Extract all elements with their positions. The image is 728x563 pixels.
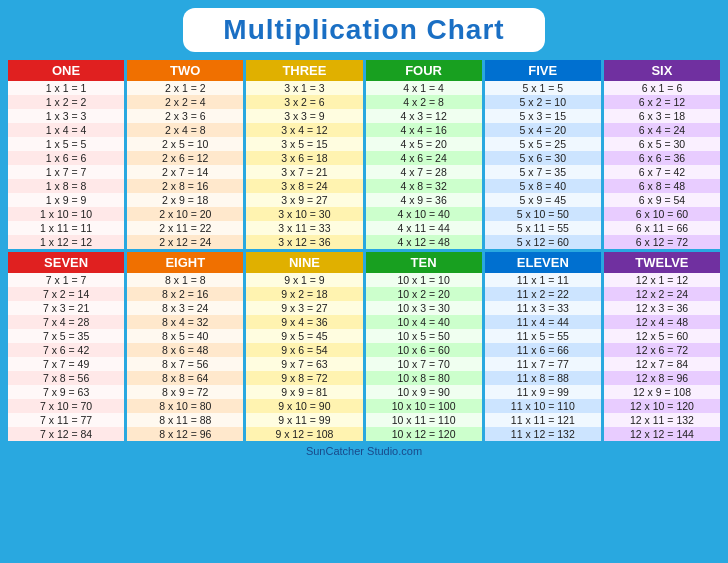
list-item: 2 x 5 = 10 [127,137,243,151]
body-one: 1 x 1 = 11 x 2 = 21 x 3 = 31 x 4 = 41 x … [8,81,124,249]
list-item: 9 x 7 = 63 [246,357,362,371]
list-item: 7 x 3 = 21 [8,301,124,315]
body-twelve: 12 x 1 = 1212 x 2 = 2412 x 3 = 3612 x 4 … [604,273,720,441]
list-item: 7 x 1 = 7 [8,273,124,287]
body-two: 2 x 1 = 22 x 2 = 42 x 3 = 62 x 4 = 82 x … [127,81,243,249]
list-item: 2 x 4 = 8 [127,123,243,137]
list-item: 10 x 7 = 70 [366,357,482,371]
title-container: Multiplication Chart [183,8,544,52]
list-item: 4 x 10 = 40 [366,207,482,221]
block-six: SIX6 x 1 = 66 x 2 = 126 x 3 = 186 x 4 = … [604,60,720,249]
list-item: 12 x 4 = 48 [604,315,720,329]
chart-row-1: ONE1 x 1 = 11 x 2 = 21 x 3 = 31 x 4 = 41… [8,60,720,249]
list-item: 12 x 10 = 120 [604,399,720,413]
body-six: 6 x 1 = 66 x 2 = 126 x 3 = 186 x 4 = 246… [604,81,720,249]
body-ten: 10 x 1 = 1010 x 2 = 2010 x 3 = 3010 x 4 … [366,273,482,441]
list-item: 1 x 12 = 12 [8,235,124,249]
list-item: 11 x 3 = 33 [485,301,601,315]
list-item: 10 x 6 = 60 [366,343,482,357]
list-item: 8 x 8 = 64 [127,371,243,385]
list-item: 8 x 5 = 40 [127,329,243,343]
list-item: 2 x 12 = 24 [127,235,243,249]
list-item: 7 x 10 = 70 [8,399,124,413]
list-item: 8 x 7 = 56 [127,357,243,371]
list-item: 2 x 10 = 20 [127,207,243,221]
list-item: 4 x 8 = 32 [366,179,482,193]
list-item: 12 x 12 = 144 [604,427,720,441]
list-item: 6 x 12 = 72 [604,235,720,249]
body-seven: 7 x 1 = 77 x 2 = 147 x 3 = 217 x 4 = 287… [8,273,124,441]
list-item: 7 x 12 = 84 [8,427,124,441]
list-item: 1 x 1 = 1 [8,81,124,95]
block-twelve: TWELVE12 x 1 = 1212 x 2 = 2412 x 3 = 361… [604,252,720,441]
list-item: 9 x 12 = 108 [246,427,362,441]
list-item: 7 x 7 = 49 [8,357,124,371]
list-item: 2 x 3 = 6 [127,109,243,123]
list-item: 7 x 4 = 28 [8,315,124,329]
list-item: 2 x 1 = 2 [127,81,243,95]
list-item: 10 x 2 = 20 [366,287,482,301]
list-item: 8 x 4 = 32 [127,315,243,329]
list-item: 4 x 9 = 36 [366,193,482,207]
list-item: 11 x 9 = 99 [485,385,601,399]
list-item: 4 x 4 = 16 [366,123,482,137]
list-item: 12 x 2 = 24 [604,287,720,301]
list-item: 8 x 2 = 16 [127,287,243,301]
list-item: 8 x 3 = 24 [127,301,243,315]
block-eight: EIGHT8 x 1 = 88 x 2 = 168 x 3 = 248 x 4 … [127,252,243,441]
list-item: 4 x 3 = 12 [366,109,482,123]
list-item: 5 x 12 = 60 [485,235,601,249]
list-item: 5 x 10 = 50 [485,207,601,221]
header-nine: NINE [246,252,362,273]
list-item: 3 x 12 = 36 [246,235,362,249]
list-item: 5 x 11 = 55 [485,221,601,235]
list-item: 10 x 10 = 100 [366,399,482,413]
list-item: 5 x 7 = 35 [485,165,601,179]
list-item: 1 x 2 = 2 [8,95,124,109]
list-item: 7 x 8 = 56 [8,371,124,385]
list-item: 6 x 10 = 60 [604,207,720,221]
list-item: 3 x 2 = 6 [246,95,362,109]
list-item: 2 x 11 = 22 [127,221,243,235]
list-item: 7 x 2 = 14 [8,287,124,301]
page-title: Multiplication Chart [223,14,504,46]
block-five: FIVE5 x 1 = 55 x 2 = 105 x 3 = 155 x 4 =… [485,60,601,249]
list-item: 10 x 5 = 50 [366,329,482,343]
header-twelve: TWELVE [604,252,720,273]
header-ten: TEN [366,252,482,273]
list-item: 6 x 9 = 54 [604,193,720,207]
block-seven: SEVEN7 x 1 = 77 x 2 = 147 x 3 = 217 x 4 … [8,252,124,441]
list-item: 2 x 6 = 12 [127,151,243,165]
list-item: 3 x 8 = 24 [246,179,362,193]
list-item: 1 x 9 = 9 [8,193,124,207]
list-item: 7 x 5 = 35 [8,329,124,343]
list-item: 2 x 2 = 4 [127,95,243,109]
list-item: 4 x 11 = 44 [366,221,482,235]
list-item: 12 x 6 = 72 [604,343,720,357]
list-item: 5 x 5 = 25 [485,137,601,151]
header-five: FIVE [485,60,601,81]
list-item: 10 x 8 = 80 [366,371,482,385]
list-item: 3 x 9 = 27 [246,193,362,207]
list-item: 4 x 7 = 28 [366,165,482,179]
list-item: 8 x 10 = 80 [127,399,243,413]
list-item: 9 x 6 = 54 [246,343,362,357]
header-four: FOUR [366,60,482,81]
list-item: 11 x 4 = 44 [485,315,601,329]
list-item: 3 x 1 = 3 [246,81,362,95]
list-item: 9 x 8 = 72 [246,371,362,385]
header-one: ONE [8,60,124,81]
list-item: 1 x 7 = 7 [8,165,124,179]
block-nine: NINE9 x 1 = 99 x 2 = 189 x 3 = 279 x 4 =… [246,252,362,441]
list-item: 1 x 11 = 11 [8,221,124,235]
list-item: 11 x 10 = 110 [485,399,601,413]
chart-row-2: SEVEN7 x 1 = 77 x 2 = 147 x 3 = 217 x 4 … [8,252,720,441]
list-item: 1 x 8 = 8 [8,179,124,193]
list-item: 4 x 2 = 8 [366,95,482,109]
list-item: 8 x 1 = 8 [127,273,243,287]
header-three: THREE [246,60,362,81]
body-five: 5 x 1 = 55 x 2 = 105 x 3 = 155 x 4 = 205… [485,81,601,249]
list-item: 11 x 1 = 11 [485,273,601,287]
list-item: 5 x 2 = 10 [485,95,601,109]
list-item: 9 x 1 = 9 [246,273,362,287]
